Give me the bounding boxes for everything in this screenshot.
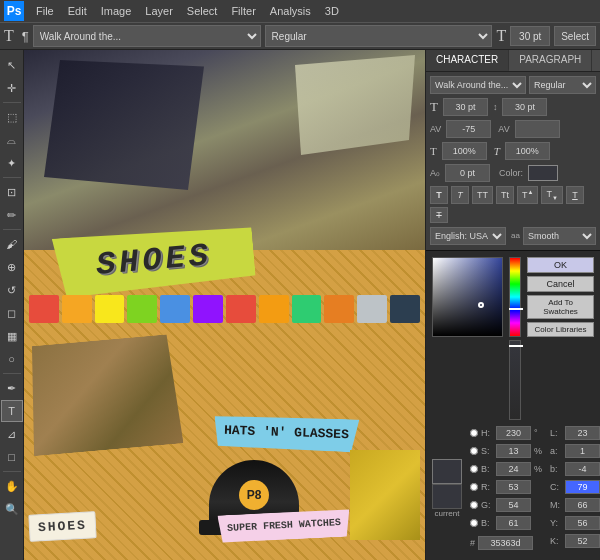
color-a-input[interactable]: 1 — [565, 444, 600, 458]
style-strikethrough[interactable]: T — [430, 207, 448, 223]
color-h-radio[interactable] — [470, 429, 478, 437]
char-baseline-input[interactable] — [445, 164, 490, 182]
color-b2-input[interactable]: 61 — [496, 516, 531, 530]
char-kerning-input[interactable] — [515, 120, 560, 138]
ps-icon: Ps — [4, 1, 24, 21]
tool-dodge[interactable]: ○ — [1, 348, 23, 370]
char-tracking-input[interactable] — [446, 120, 491, 138]
tool-magic-wand[interactable]: ✦ — [1, 152, 23, 174]
style-italic[interactable]: T — [451, 186, 469, 204]
hex-hash-label: # — [470, 538, 475, 548]
color-l-label: L: — [550, 428, 562, 438]
color-b-input[interactable]: 24 — [496, 462, 531, 476]
color-add-swatches-button[interactable]: Add To Swatches — [527, 295, 594, 319]
tool-eyedropper[interactable]: ✏ — [1, 204, 23, 226]
tool-move[interactable]: ✛ — [1, 77, 23, 99]
color-b3-input[interactable]: -4 — [565, 462, 600, 476]
color-s-label: S: — [481, 446, 493, 456]
char-antialiasing[interactable]: Smooth — [523, 227, 596, 245]
color-swatch[interactable] — [528, 165, 558, 181]
tab-paragraph[interactable]: PARAGRAPH — [509, 50, 592, 71]
tool-separator-3 — [3, 229, 21, 230]
color-b-radio[interactable] — [470, 465, 478, 473]
color-m-label: M: — [550, 500, 562, 510]
tab-character[interactable]: CHARACTER — [426, 50, 509, 71]
style-superscript[interactable]: T▲ — [517, 186, 538, 204]
menu-filter[interactable]: Filter — [225, 3, 261, 19]
tool-brush[interactable]: 🖌 — [1, 233, 23, 255]
tool-zoom[interactable]: 🔍 — [1, 498, 23, 520]
tool-path[interactable]: ⊿ — [1, 423, 23, 445]
menu-file[interactable]: File — [30, 3, 60, 19]
menu-select[interactable]: Select — [181, 3, 224, 19]
color-preview-stack: current — [432, 459, 462, 518]
color-m-input[interactable]: 66 — [565, 498, 600, 512]
char-size-input[interactable] — [443, 98, 488, 116]
menu-layer[interactable]: Layer — [139, 3, 179, 19]
char-scale-v-input[interactable] — [505, 142, 550, 160]
tool-marquee[interactable]: ⬚ — [1, 106, 23, 128]
color-fields-left: H: 230 ° S: 13 % B: 24 % — [470, 426, 542, 550]
hue-slider[interactable] — [509, 257, 521, 337]
color-r-input[interactable]: 53 — [496, 480, 531, 494]
font-size-input[interactable] — [510, 26, 550, 46]
char-font-family[interactable]: Walk Around the... — [430, 76, 526, 94]
color-gradient-box[interactable] — [432, 257, 503, 337]
color-cancel-button[interactable]: Cancel — [527, 276, 594, 292]
tool-shape[interactable]: □ — [1, 446, 23, 468]
color-s-input[interactable]: 13 — [496, 444, 531, 458]
color-current-label: current — [435, 509, 460, 518]
char-font-style[interactable]: Regular — [529, 76, 596, 94]
menu-3d[interactable]: 3D — [319, 3, 345, 19]
color-g-input[interactable]: 54 — [496, 498, 531, 512]
color-ok-button[interactable]: OK — [527, 257, 594, 273]
char-language[interactable]: English: USA — [430, 227, 506, 245]
char-leading-input[interactable] — [502, 98, 547, 116]
color-strip-4 — [127, 295, 157, 323]
canvas-area[interactable]: SHOES SHO — [24, 50, 425, 560]
select-button[interactable]: Select — [554, 26, 596, 46]
color-h-unit: ° — [534, 428, 538, 438]
tool-clone[interactable]: ⊕ — [1, 256, 23, 278]
color-g-radio[interactable] — [470, 501, 478, 509]
style-smallcaps[interactable]: Tt — [496, 186, 514, 204]
style-underline[interactable]: T — [566, 186, 584, 204]
menu-analysis[interactable]: Analysis — [264, 3, 317, 19]
style-subscript[interactable]: T▼ — [541, 186, 562, 204]
tool-history-brush[interactable]: ↺ — [1, 279, 23, 301]
color-h-row: H: 230 ° — [470, 426, 542, 440]
hex-input[interactable]: 35363d — [478, 536, 533, 550]
tool-pen[interactable]: ✒ — [1, 377, 23, 399]
font-family-select[interactable]: Walk Around the... — [33, 25, 261, 47]
tool-text[interactable]: T — [1, 400, 23, 422]
color-b2-radio[interactable] — [470, 519, 478, 527]
color-k-input[interactable]: 52 — [565, 534, 600, 548]
shoes-bottom-text: SHOES — [38, 518, 88, 536]
menu-edit[interactable]: Edit — [62, 3, 93, 19]
color-s-radio[interactable] — [470, 447, 478, 455]
color-c-input[interactable]: 79 — [565, 480, 600, 494]
alpha-slider[interactable] — [509, 340, 521, 420]
tool-lasso[interactable]: ⌓ — [1, 129, 23, 151]
tool-eraser[interactable]: ◻ — [1, 302, 23, 324]
style-bold[interactable]: T — [430, 186, 448, 204]
style-allcaps[interactable]: TT — [472, 186, 493, 204]
color-k-row: K: 52 % — [550, 534, 600, 548]
char-scale-h-input[interactable] — [442, 142, 487, 160]
color-y-input[interactable]: 56 — [565, 516, 600, 530]
color-h-input[interactable]: 230 — [496, 426, 531, 440]
color-r-radio[interactable] — [470, 483, 478, 491]
menu-image[interactable]: Image — [95, 3, 138, 19]
color-s-unit: % — [534, 446, 542, 456]
color-b3-label: b: — [550, 464, 562, 474]
color-sliders — [509, 257, 521, 420]
color-libraries-button[interactable]: Color Libraries — [527, 322, 594, 337]
color-l-input[interactable]: 23 — [565, 426, 600, 440]
tool-hand[interactable]: ✋ — [1, 475, 23, 497]
tool-gradient[interactable]: ▦ — [1, 325, 23, 347]
font-style-select[interactable]: Regular — [265, 25, 493, 47]
color-picker-area: OK Cancel Add To Swatches Color Librarie… — [426, 250, 600, 560]
tool-arrow[interactable]: ↖ — [1, 54, 23, 76]
tool-crop[interactable]: ⊡ — [1, 181, 23, 203]
color-strips — [24, 295, 425, 325]
